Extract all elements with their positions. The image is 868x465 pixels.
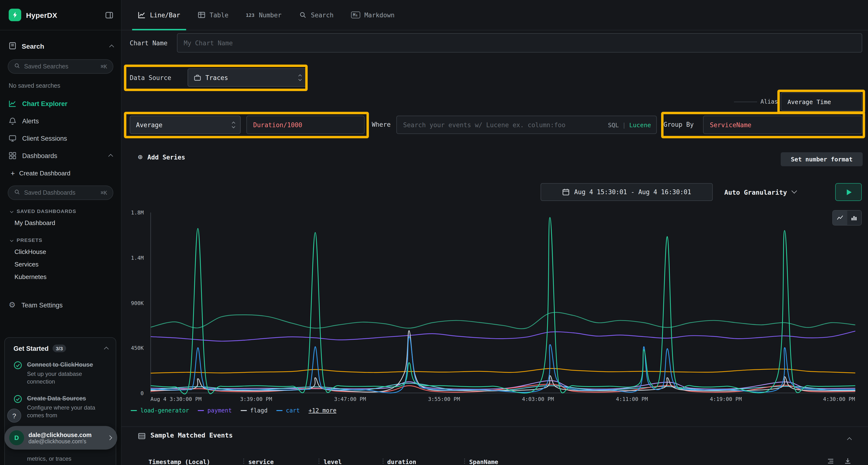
y-axis-label: 0 bbox=[141, 390, 144, 397]
mode-divider: | bbox=[622, 121, 626, 128]
group-presets[interactable]: PRESETS bbox=[0, 235, 121, 245]
sidebar-item-label: Chart Explorer bbox=[22, 100, 67, 107]
legend-item-payment[interactable]: payment bbox=[198, 407, 232, 414]
group-by-input[interactable] bbox=[703, 115, 862, 134]
sidebar-item-services[interactable]: Services bbox=[0, 258, 121, 270]
chart-name-input[interactable] bbox=[177, 33, 862, 53]
group-label: PRESETS bbox=[17, 237, 42, 243]
events-table-header: Timestamp (Local) ⋮ service ⋮ level ⋮ du… bbox=[122, 456, 868, 465]
tab-search[interactable]: Search bbox=[290, 0, 342, 30]
tab-table[interactable]: Table bbox=[189, 0, 237, 30]
no-saved-searches-text: No saved searches bbox=[9, 82, 121, 89]
legend-item-cart[interactable]: cart bbox=[276, 407, 300, 414]
tab-markdown[interactable]: M↓ Markdown bbox=[342, 0, 403, 30]
column-header-service[interactable]: service bbox=[248, 458, 274, 465]
sample-events-title: Sample Matched Events bbox=[151, 431, 233, 439]
briefcase-icon bbox=[194, 74, 201, 81]
chart-plot-area[interactable] bbox=[151, 212, 855, 393]
collapse-section-button[interactable] bbox=[848, 435, 851, 443]
help-button[interactable]: ? bbox=[7, 409, 21, 423]
sidebar-item-label: Dashboards bbox=[22, 152, 57, 159]
shortcut-hint: ⌘K bbox=[101, 63, 107, 70]
add-series-button[interactable]: ⊕ Add Series bbox=[138, 153, 185, 161]
preset-label: Services bbox=[14, 261, 38, 268]
group-by-label: Group By bbox=[663, 121, 694, 128]
sidebar-item-clickhouse[interactable]: ClickHouse bbox=[0, 245, 121, 258]
x-axis-label: 4:30:00 PM bbox=[823, 396, 855, 402]
chevron-up-icon bbox=[104, 347, 109, 352]
tab-label: Table bbox=[210, 11, 228, 19]
sidebar-item-kubernetes[interactable]: Kubernetes bbox=[0, 270, 121, 283]
chart-series-other-1 bbox=[151, 312, 855, 329]
saved-searches-placeholder: Saved Searches bbox=[24, 63, 97, 70]
chevron-down-icon bbox=[792, 188, 797, 194]
table-rows-icon bbox=[138, 432, 146, 440]
sidebar-item-label: Team Settings bbox=[22, 301, 63, 309]
date-range-picker[interactable]: Aug 4 15:30:01 - Aug 4 16:30:01 bbox=[540, 183, 713, 201]
sidebar-section-search[interactable]: Search bbox=[0, 40, 121, 53]
column-separator-icon[interactable]: ⋮ bbox=[462, 457, 468, 465]
legend-item-flagd[interactable]: flagd bbox=[240, 407, 268, 414]
column-header-duration[interactable]: duration bbox=[387, 458, 416, 465]
search-icon bbox=[299, 11, 307, 19]
dashboard-grid-icon bbox=[9, 152, 17, 160]
x-axis-label: 3:39:00 PM bbox=[240, 396, 272, 402]
lucene-mode-button[interactable]: Lucene bbox=[629, 121, 651, 128]
legend-label: load-generator bbox=[140, 407, 189, 414]
sidebar-item-chart-explorer[interactable]: Chart Explorer bbox=[0, 95, 121, 112]
column-header-timestamp[interactable]: Timestamp (Local) bbox=[149, 458, 210, 465]
get-started-item[interactable]: Create Data Sources Configure where your… bbox=[13, 394, 108, 419]
create-dashboard-button[interactable]: + Create Dashboard bbox=[0, 164, 121, 182]
tab-number[interactable]: 123 Number bbox=[237, 0, 290, 30]
calendar-icon bbox=[562, 189, 569, 196]
y-axis-label: 900K bbox=[131, 300, 144, 306]
sidebar-item-my-dashboard[interactable]: My Dashboard bbox=[0, 217, 121, 229]
get-started-partial-text: metrics, or traces bbox=[27, 455, 71, 462]
column-separator-icon[interactable]: ⋮ bbox=[241, 457, 247, 465]
user-menu[interactable]: D dale@clickhouse.com dale@clickhouse.co… bbox=[4, 426, 117, 450]
tab-label: Search bbox=[311, 11, 334, 19]
metric-field[interactable] bbox=[246, 115, 365, 134]
journal-icon bbox=[9, 42, 17, 51]
chevron-up-icon bbox=[108, 154, 113, 159]
legend-item-load-generator[interactable]: load-generator bbox=[131, 407, 189, 414]
run-query-button[interactable] bbox=[835, 183, 862, 201]
column-separator-icon[interactable]: ⋮ bbox=[316, 457, 322, 465]
chart-series-cart bbox=[151, 337, 855, 393]
user-email: dale@clickhouse.com bbox=[28, 432, 108, 438]
chart-legend: load-generatorpaymentflagdcart+12 more bbox=[131, 407, 336, 414]
legend-label: cart bbox=[286, 407, 300, 414]
download-icon[interactable] bbox=[844, 457, 851, 465]
get-started-header[interactable]: Get Started 3/3 bbox=[13, 344, 108, 352]
aggregation-select[interactable]: Average bbox=[130, 115, 241, 134]
sidebar-collapse-icon[interactable] bbox=[105, 11, 113, 19]
granularity-select[interactable]: Auto Granularity bbox=[719, 183, 801, 201]
alias-input[interactable] bbox=[781, 93, 862, 111]
column-separator-icon[interactable]: ⋮ bbox=[380, 457, 386, 465]
x-axis-label: 4:03:00 PM bbox=[522, 396, 554, 402]
column-settings-icon[interactable] bbox=[827, 457, 834, 465]
tab-label: Line/Bar bbox=[150, 11, 180, 19]
brand[interactable]: HyperDX bbox=[9, 9, 105, 21]
sidebar-item-client-sessions[interactable]: Client Sessions bbox=[0, 130, 121, 147]
user-texts: dale@clickhouse.com dale@clickhouse.com'… bbox=[28, 432, 108, 444]
tab-line-bar[interactable]: Line/Bar bbox=[129, 0, 189, 30]
where-label: Where bbox=[372, 121, 391, 128]
shortcut-hint: ⌘K bbox=[101, 190, 107, 196]
saved-dashboards-input[interactable]: Saved Dashboards ⌘K bbox=[8, 186, 113, 200]
set-number-format-label: Set number format bbox=[791, 156, 852, 163]
get-started-item[interactable]: Connect to ClickHouse Set up your databa… bbox=[13, 361, 108, 386]
column-header-spanname[interactable]: SpanName bbox=[469, 458, 498, 465]
group-saved-dashboards[interactable]: SAVED DASHBOARDS bbox=[0, 206, 121, 217]
sidebar-item-dashboards[interactable]: Dashboards bbox=[0, 147, 121, 164]
legend-swatch bbox=[240, 410, 247, 411]
sidebar-item-alerts[interactable]: Alerts bbox=[0, 112, 121, 130]
set-number-format-button[interactable]: Set number format bbox=[781, 152, 863, 166]
saved-searches-input[interactable]: Saved Searches ⌘K bbox=[8, 59, 113, 74]
legend-more-link[interactable]: +12 more bbox=[309, 407, 337, 414]
column-header-level[interactable]: level bbox=[323, 458, 342, 465]
sidebar-item-team-settings[interactable]: ⚙ Team Settings bbox=[0, 296, 121, 314]
data-source-select[interactable]: Traces bbox=[188, 68, 307, 87]
sql-mode-button[interactable]: SQL bbox=[608, 121, 619, 128]
section-search-label: Search bbox=[22, 42, 44, 50]
